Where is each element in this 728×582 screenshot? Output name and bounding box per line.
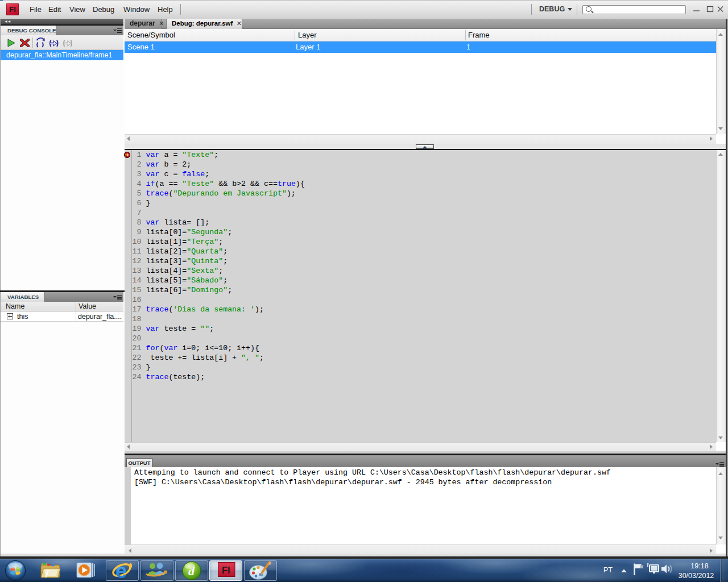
svg-text:d: d [188, 564, 195, 578]
svg-text:e: e [115, 560, 127, 581]
svg-text:Fl: Fl [222, 565, 230, 575]
